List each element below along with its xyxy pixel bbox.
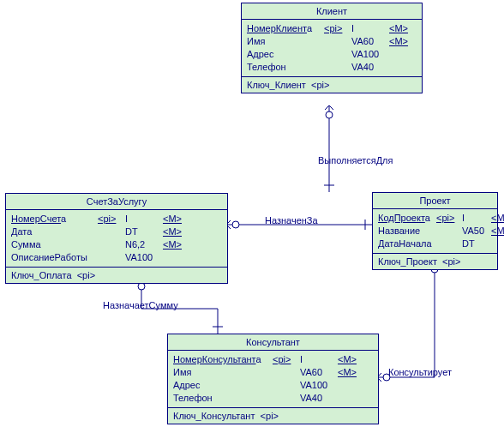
svg-line-1 [325, 105, 329, 110]
svg-point-8 [232, 221, 239, 228]
entity-project: Проект КодПроекта<pi>I<M>НазваниеVA50<M>… [372, 192, 498, 270]
rel-consultant-project: Консультирует [388, 367, 452, 377]
entity-key: Ключ_Оплата <pi> [6, 268, 227, 283]
entity-invoice: СчетЗаУслугу НомерСчета<pi>I<M>ДатаDT<M>… [5, 193, 228, 284]
rel-invoice-project: НазначенЗа [265, 215, 318, 226]
entity-client: Клиент НомерКлиента<pi>I<M>ИмяVA60<M>Адр… [241, 3, 423, 93]
entity-key: Ключ_Проект <pi> [373, 254, 497, 269]
entity-attrs: НомерКлиента<pi>I<M>ИмяVA60<M>АдресVA100… [242, 20, 422, 77]
entity-title: Клиент [242, 3, 422, 20]
svg-line-2 [329, 105, 333, 110]
entity-title: СчетЗаУслугу [6, 194, 227, 210]
rel-invoice-consultant: НазначаетСумму [103, 300, 178, 310]
entity-attrs: НомерСчета<pi>I<M>ДатаDT<M>СуммаN6,2<M>О… [6, 210, 227, 268]
svg-point-15 [138, 283, 145, 290]
entity-attrs: НомерКонсультанта<pi>I<M>ИмяVA60<M>Адрес… [168, 351, 378, 408]
entity-attrs: КодПроекта<pi>I<M>НазваниеVA50<M>ДатаНач… [373, 209, 497, 254]
rel-client-project: ВыполняетсяДля [318, 155, 393, 165]
svg-point-3 [326, 111, 333, 118]
entity-key: Ключ_Клиент <pi> [242, 77, 422, 93]
entity-key: Ключ_Консультант <pi> [168, 408, 378, 424]
entity-title: Проект [373, 193, 497, 209]
entity-title: Консультант [168, 334, 378, 351]
entity-consultant: Консультант НомерКонсультанта<pi>I<M>Имя… [167, 334, 379, 424]
